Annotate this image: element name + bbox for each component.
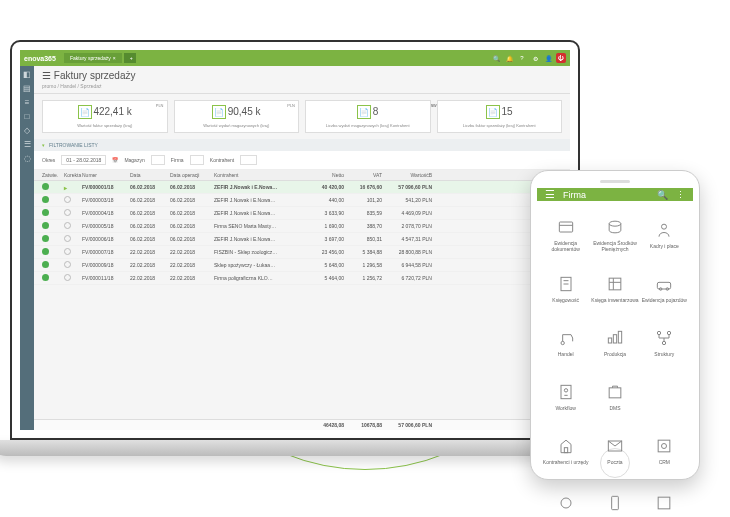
svg-point-8 xyxy=(561,341,564,344)
app-icon xyxy=(556,274,576,294)
filters: Okres 01 - 28.02.2018 📅 Magazyn Firma Ko… xyxy=(34,151,570,170)
kpi-card[interactable]: PLN 📄 90,45 k Wartość wydań magazynowych… xyxy=(174,100,300,133)
more-icon[interactable]: ⋮ xyxy=(676,190,685,200)
sidebar-item[interactable]: ◇ xyxy=(20,126,34,140)
search-icon[interactable]: 🔍 xyxy=(491,53,501,63)
tab-invoices[interactable]: Faktury sprzedaży × xyxy=(64,53,122,63)
app-icon xyxy=(605,493,625,513)
table-row[interactable]: FV/000007/1822.02.201822.02.2018 FISZBIN… xyxy=(34,246,570,259)
table-footer: 46428,0810678,8857 006,60 PLN xyxy=(34,419,570,430)
app-icon xyxy=(605,436,625,456)
svg-point-21 xyxy=(662,443,667,448)
contractor-field[interactable] xyxy=(240,155,257,165)
gear-icon[interactable]: ⚙ xyxy=(530,53,540,63)
table-row[interactable]: FV/000006/1806.02.201806.02.2018 ZEFIR J… xyxy=(34,233,570,246)
phone-frame: ☰ Firma 🔍 ⋮ Ewidencja dokumentów Ewidenc… xyxy=(530,170,700,480)
phone-app-item[interactable] xyxy=(541,477,590,517)
search-icon[interactable]: 🔍 xyxy=(657,190,668,200)
kpi-card[interactable]: 📄 15 Liczba faktur sprzedaży (kraj) Kont… xyxy=(437,100,563,133)
sidebar: ◧ ▤ ≡ □ ◇ ☰ ◌ xyxy=(20,66,34,430)
unchecked-icon xyxy=(64,235,71,242)
data-table: Zatwie.KorektaNumerDataData operacjiKont… xyxy=(34,170,570,430)
sidebar-item[interactable]: ▤ xyxy=(20,84,34,98)
sidebar-item[interactable]: □ xyxy=(20,112,34,126)
calendar-icon[interactable]: 📅 xyxy=(112,157,118,163)
status-dot-icon xyxy=(42,274,49,281)
phone-app-item[interactable]: Kadry i płace xyxy=(640,207,689,261)
svg-point-2 xyxy=(662,224,667,229)
page-title: ☰ Faktury sprzedaży xyxy=(42,70,562,81)
app-icon xyxy=(654,274,674,294)
sidebar-item[interactable]: ◧ xyxy=(20,70,34,84)
status-dot-icon xyxy=(42,209,49,216)
phone-app-item[interactable] xyxy=(640,477,689,517)
table-row[interactable]: ▸ FV/000001/1806.02.201806.02.2018 ZEFIR… xyxy=(34,181,570,194)
phone-app-item[interactable]: Workflow xyxy=(541,369,590,423)
phone-app-item[interactable]: Ewidencja pojazdów xyxy=(640,261,689,315)
app-icon xyxy=(556,382,576,402)
phone-app-item[interactable] xyxy=(590,477,639,517)
tab-add-button[interactable]: + xyxy=(124,53,136,63)
phone-app-item[interactable]: Kontrahenci i urzędy xyxy=(541,423,590,477)
table-row[interactable]: FV/000004/1806.02.201806.02.2018 ZEFIR J… xyxy=(34,207,570,220)
sidebar-item[interactable]: ≡ xyxy=(20,98,34,112)
svg-rect-24 xyxy=(658,497,670,509)
app-icon xyxy=(654,436,674,456)
document-icon: 📄 xyxy=(357,105,371,119)
table-row[interactable]: FV/000011/1822.02.201822.02.2018 Firma p… xyxy=(34,272,570,285)
status-dot-icon xyxy=(42,235,49,242)
sidebar-item[interactable]: ◌ xyxy=(20,154,34,168)
phone-app-item[interactable] xyxy=(640,369,689,423)
kpi-card[interactable]: 📄 8 Liczba wydań magazynowych (kraj) Kon… xyxy=(305,100,431,133)
phone-app-item[interactable]: Struktury xyxy=(640,315,689,369)
phone-grid: Ewidencja dokumentów Ewidencja Środków P… xyxy=(537,201,693,517)
phone-app-item[interactable]: Księga inwentarzowa xyxy=(590,261,639,315)
warehouse-field[interactable] xyxy=(151,155,165,165)
app-icon xyxy=(605,328,625,348)
filter-bar[interactable]: ▾ FILTROWANIE LISTY xyxy=(34,139,570,151)
svg-rect-9 xyxy=(608,338,611,343)
app-icon xyxy=(654,328,674,348)
table-row[interactable]: FV/000009/1822.02.201822.02.2018 Sklep s… xyxy=(34,259,570,272)
phone-app-item[interactable]: Ewidencja Środków Pieniężnych xyxy=(590,207,639,261)
phone-app-item[interactable]: Ewidencja dokumentów xyxy=(541,207,590,261)
table-row[interactable]: FV/000003/1806.02.201806.02.2018 ZEFIR J… xyxy=(34,194,570,207)
laptop-frame: enova365 Faktury sprzedaży × + 🔍 🔔 ? ⚙ 👤… xyxy=(10,40,580,456)
menu-icon[interactable]: ☰ xyxy=(545,188,555,201)
app-window: enova365 Faktury sprzedaży × + 🔍 🔔 ? ⚙ 👤… xyxy=(20,50,570,430)
unchecked-icon xyxy=(64,196,71,203)
phone-app-item[interactable]: CRM xyxy=(640,423,689,477)
svg-rect-10 xyxy=(613,334,616,342)
titlebar: enova365 Faktury sprzedaży × + 🔍 🔔 ? ⚙ 👤… xyxy=(20,50,570,66)
app-icon xyxy=(654,220,674,240)
svg-rect-23 xyxy=(612,496,619,509)
phone-app-item[interactable]: Handel xyxy=(541,315,590,369)
phone-app-item[interactable]: Księgowość xyxy=(541,261,590,315)
svg-point-1 xyxy=(609,221,621,226)
table-row[interactable]: FV/000005/1806.02.201806.02.2018 Firma S… xyxy=(34,220,570,233)
play-icon: ▸ xyxy=(64,185,67,191)
filter-label: Magazyn xyxy=(124,157,144,163)
date-range-field[interactable]: 01 - 28.02.2018 xyxy=(61,155,106,165)
svg-point-14 xyxy=(663,341,666,344)
power-icon[interactable]: ⏻ xyxy=(556,53,566,63)
app-icon xyxy=(654,493,674,513)
phone-app-item[interactable]: Produkcja xyxy=(590,315,639,369)
svg-point-12 xyxy=(658,331,661,334)
document-icon: 📄 xyxy=(78,105,92,119)
unchecked-icon xyxy=(64,248,71,255)
help-icon[interactable]: ? xyxy=(517,53,527,63)
phone-app-item[interactable]: Poczta xyxy=(590,423,639,477)
chevron-down-icon: ▾ xyxy=(42,142,45,148)
sidebar-item[interactable]: ☰ xyxy=(20,140,34,154)
filter-label: Okres xyxy=(42,157,55,163)
status-dot-icon xyxy=(42,222,49,229)
phone-app-item[interactable]: DMS xyxy=(590,369,639,423)
bell-icon[interactable]: 🔔 xyxy=(504,53,514,63)
company-field[interactable] xyxy=(190,155,204,165)
table-header: Zatwie.KorektaNumerDataData operacjiKont… xyxy=(34,170,570,181)
svg-rect-18 xyxy=(564,447,567,452)
user-icon[interactable]: 👤 xyxy=(543,53,553,63)
kpi-card[interactable]: PLN 📄 422,41 k Wartość faktur sprzedaży … xyxy=(42,100,168,133)
svg-rect-17 xyxy=(609,387,621,397)
